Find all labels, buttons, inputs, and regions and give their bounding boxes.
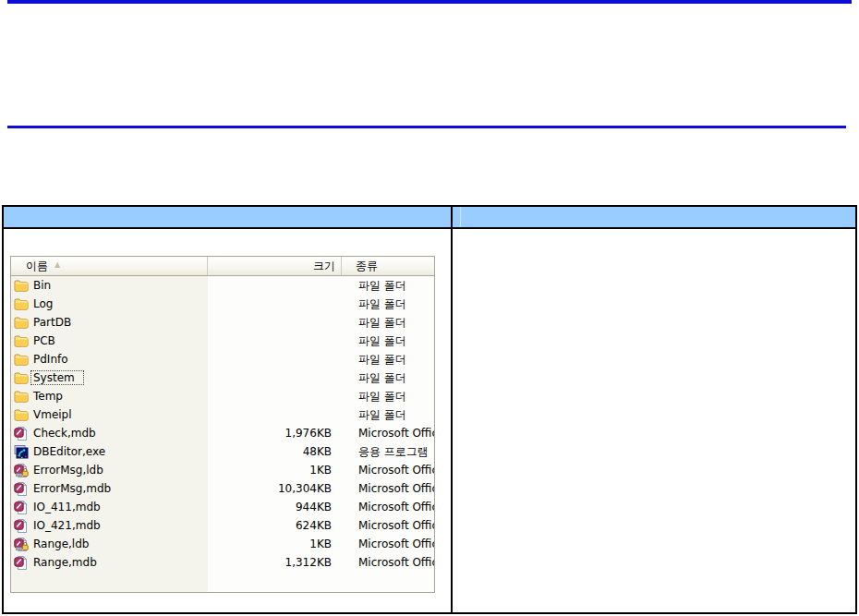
file-row-name-cell: ErrorMsg,ldb — [11, 463, 208, 477]
app-exe-icon — [14, 444, 29, 459]
file-size: 1KB — [208, 465, 342, 476]
column-header-type-label: 종류 — [356, 260, 378, 272]
folder-icon — [14, 352, 29, 367]
file-size: 624KB — [208, 520, 342, 531]
access-db-icon — [14, 555, 29, 570]
column-header-name[interactable]: 이름 ▲ — [11, 257, 208, 275]
access-lock-icon — [14, 537, 29, 551]
file-name: IO_421,mdb — [31, 519, 103, 532]
file-name: Log — [31, 297, 54, 310]
file-type: 파일 폴더 — [342, 298, 434, 309]
file-row-name-cell: ErrorMsg,mdb — [11, 481, 208, 496]
file-size: 10,304KB — [208, 483, 342, 494]
access-db-icon — [14, 518, 29, 533]
file-type: Microsoft Office ... — [342, 501, 434, 513]
file-row[interactable]: DBEditor,exe48KB응용 프로그램 — [11, 442, 434, 461]
file-row-name-cell: System — [11, 370, 208, 385]
folder-icon — [14, 389, 29, 404]
file-type: 파일 폴더 — [342, 372, 434, 383]
file-type: Microsoft Office ... — [342, 538, 434, 550]
file-type: 파일 폴더 — [342, 354, 434, 365]
folder-icon — [14, 296, 29, 311]
file-row-name-cell: Temp — [11, 389, 208, 404]
file-row-name-cell: Check,mdb — [11, 426, 208, 441]
access-db-icon — [14, 481, 29, 496]
file-row[interactable]: Temp파일 폴더 — [11, 387, 434, 405]
file-type: 파일 폴더 — [342, 335, 434, 346]
file-name: ErrorMsg,mdb — [31, 482, 113, 495]
column-header-size[interactable]: 크기 — [208, 257, 342, 275]
file-type: Microsoft Office ... — [342, 483, 434, 494]
explorer-column-header: 이름 ▲ 크기 종류 — [11, 257, 434, 276]
file-row[interactable]: PartDB파일 폴더 — [11, 313, 434, 332]
file-name: Vmeipl — [31, 408, 74, 421]
file-name: PCB — [31, 334, 57, 347]
file-row[interactable]: Check,mdb1,976KBMicrosoft Office ... — [11, 424, 434, 442]
file-type: Microsoft Office ... — [342, 557, 434, 568]
table-header-row — [4, 207, 855, 229]
file-name: PartDB — [31, 316, 73, 329]
folder-icon — [14, 278, 29, 293]
file-name: ErrorMsg,ldb — [31, 464, 105, 477]
file-row[interactable]: PCB파일 폴더 — [11, 332, 434, 350]
file-name: Range,ldb — [31, 537, 91, 550]
file-row-name-cell: DBEditor,exe — [11, 444, 208, 459]
file-size: 1KB — [208, 538, 342, 550]
sort-ascending-icon: ▲ — [54, 261, 60, 269]
file-row[interactable]: System파일 폴더 — [11, 368, 434, 387]
document-page: 이름 ▲ 크기 종류 Bin파일 폴더Log파일 폴더PartDB파일 폴더PC… — [0, 0, 859, 616]
folder-icon — [14, 407, 29, 422]
file-row[interactable]: IO_411,mdb944KBMicrosoft Office ... — [11, 498, 434, 516]
file-size: 1,976KB — [208, 428, 342, 439]
file-name: IO_411,mdb — [31, 501, 103, 513]
file-row-name-cell: IO_421,mdb — [11, 518, 208, 533]
file-size: 1,312KB — [208, 557, 342, 568]
file-row-name-cell: Bin — [11, 278, 208, 293]
explorer-body: Bin파일 폴더Log파일 폴더PartDB파일 폴더PCB파일 폴더PdInf… — [11, 276, 434, 592]
file-row-name-cell: Range,mdb — [11, 555, 208, 570]
file-type: Microsoft Office ... — [342, 520, 434, 531]
file-name: Temp — [31, 390, 65, 403]
file-row-name-cell: Vmeipl — [11, 407, 208, 422]
file-row-name-cell: Log — [11, 296, 208, 311]
file-name: Range,mdb — [31, 556, 99, 569]
file-type: 파일 폴더 — [342, 391, 434, 402]
file-name: PdInfo — [31, 353, 70, 366]
table-header-cell-highlight — [460, 207, 461, 227]
file-row[interactable]: Vmeipl파일 폴더 — [11, 405, 434, 424]
file-row[interactable]: ErrorMsg,ldb1KBMicrosoft Office ... — [11, 461, 434, 479]
file-name: Bin — [31, 279, 53, 292]
file-row-name-cell: PartDB — [11, 315, 208, 330]
access-db-icon — [14, 426, 29, 441]
file-row[interactable]: ErrorMsg,mdb10,304KBMicrosoft Office ... — [11, 479, 434, 498]
file-name: System — [31, 371, 83, 384]
top-rule — [7, 0, 852, 4]
file-type: 파일 폴더 — [342, 317, 434, 328]
file-row[interactable]: Bin파일 폴더 — [11, 276, 434, 295]
file-type: 응용 프로그램 — [342, 446, 434, 457]
file-type: 파일 폴더 — [342, 409, 434, 420]
file-row[interactable]: IO_421,mdb624KBMicrosoft Office ... — [11, 516, 434, 535]
file-row-name-cell: Range,ldb — [11, 537, 208, 551]
access-db-icon — [14, 500, 29, 514]
folder-icon — [14, 370, 29, 385]
section-rule — [7, 126, 846, 128]
table-column-divider — [451, 207, 453, 612]
file-row-name-cell: IO_411,mdb — [11, 500, 208, 514]
column-header-size-label: 크기 — [313, 260, 335, 272]
file-row[interactable]: Log파일 폴더 — [11, 295, 434, 313]
file-name: Check,mdb — [31, 427, 98, 440]
file-row-name-cell: PCB — [11, 333, 208, 348]
column-header-type[interactable]: 종류 — [342, 257, 434, 275]
file-type: Microsoft Office ... — [342, 465, 434, 476]
file-name: DBEditor,exe — [31, 445, 107, 458]
file-row-name-cell: PdInfo — [11, 352, 208, 367]
file-size: 48KB — [208, 446, 342, 457]
file-size: 944KB — [208, 501, 342, 513]
file-type: Microsoft Office ... — [342, 428, 434, 439]
file-row[interactable]: Range,ldb1KBMicrosoft Office ... — [11, 535, 434, 553]
column-header-name-label: 이름 — [26, 260, 48, 272]
file-row[interactable]: Range,mdb1,312KBMicrosoft Office ... — [11, 553, 434, 572]
file-row[interactable]: PdInfo파일 폴더 — [11, 350, 434, 368]
folder-icon — [14, 333, 29, 348]
